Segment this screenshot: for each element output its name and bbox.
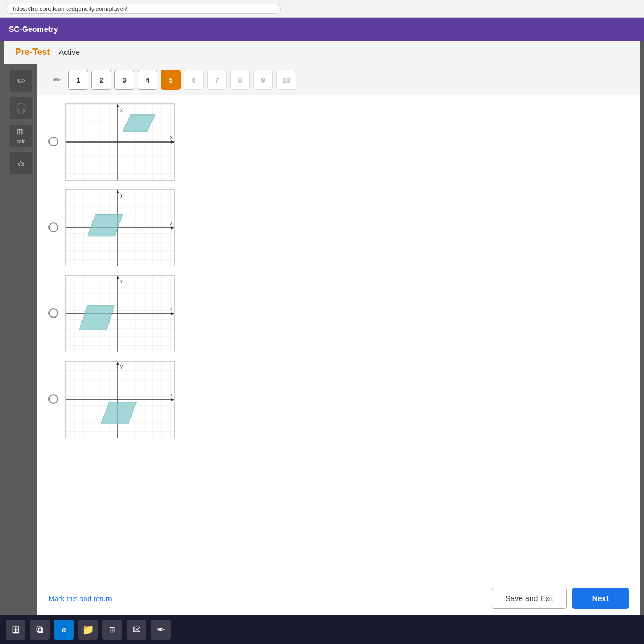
question-btn-8[interactable]: 8 [230,70,250,90]
svg-text:x: x [170,220,173,226]
mark-return-link[interactable]: Mark this and return [48,594,112,603]
pretest-header: Pre-Test Active [4,41,640,64]
question-btn-3[interactable]: 3 [114,70,134,90]
svg-text:y: y [120,277,123,283]
sidebar: ✏ 🎧 ⊞calc √x [4,64,37,615]
store-icon[interactable]: ⊞ [102,620,122,640]
question-btn-2[interactable]: 2 [91,70,111,90]
svg-text:y: y [120,106,123,112]
taskbar: ⊞ ⧉ e 📁 ⊞ ✉ ✒ [0,615,644,644]
svg-text:x: x [170,391,173,397]
folder-icon[interactable]: 📁 [78,620,98,640]
browser-bar: https://fro.core.learn.edgenuity.com/pla… [0,0,644,18]
answer-option-c: x y [48,275,629,352]
question-btn-4[interactable]: 4 [138,70,157,90]
question-btn-9[interactable]: 9 [253,70,273,90]
url-bar[interactable]: https://fro.core.learn.edgenuity.com/pla… [6,4,281,14]
formula-tool[interactable]: √x [10,152,32,174]
question-nav: ✏ 1 2 3 4 5 6 7 8 9 10 [37,64,640,95]
pencil-tool[interactable]: ✏ [10,70,32,92]
graph-c: x y [65,275,175,352]
radio-a[interactable] [48,137,58,146]
question-btn-1[interactable]: 1 [68,70,88,90]
pretest-title: Pre-Test [15,47,50,57]
radio-d[interactable] [48,394,58,404]
edge-browser-icon[interactable]: e [54,620,74,640]
question-btn-5[interactable]: 5 [161,70,181,90]
svg-text:y: y [120,363,123,369]
bottom-bar: Mark this and return Save and Exit Next [37,581,640,615]
pretest-status: Active [59,48,80,57]
answer-option-a: x y [48,103,629,181]
app-header: SC-Geometry [0,18,644,41]
svg-text:x: x [170,134,173,140]
question-area: x y [37,95,640,581]
save-exit-button[interactable]: Save and Exit [492,588,566,609]
bottom-buttons: Save and Exit Next [492,588,629,609]
task-view-icon[interactable]: ⧉ [30,620,50,640]
graph-b: x y [65,189,175,266]
headphones-tool[interactable]: 🎧 [10,97,32,119]
windows-start-icon[interactable]: ⊞ [6,620,25,640]
inner-window: Pre-Test Active ✏ 🎧 ⊞calc √x ✏ [4,41,640,615]
question-btn-6[interactable]: 6 [184,70,204,90]
answer-option-b: x y [48,189,629,266]
stylus-icon[interactable]: ✒ [151,620,171,640]
svg-text:y: y [120,192,123,198]
app-title: SC-Geometry [9,25,58,34]
next-button[interactable]: Next [572,588,629,609]
question-btn-10[interactable]: 10 [276,70,296,90]
calculator-tool[interactable]: ⊞calc [10,125,32,147]
graph-d: x y [65,361,175,438]
nav-pencil-icon: ✏ [48,72,65,88]
radio-b[interactable] [48,222,58,232]
svg-text:x: x [170,305,173,312]
radio-c[interactable] [48,308,58,318]
graph-a: x y [65,103,175,181]
mail-icon[interactable]: ✉ [127,620,146,640]
url-text: https://fro.core.learn.edgenuity.com/pla… [13,6,127,12]
question-btn-7[interactable]: 7 [207,70,227,90]
answer-option-d: x y [48,361,629,438]
